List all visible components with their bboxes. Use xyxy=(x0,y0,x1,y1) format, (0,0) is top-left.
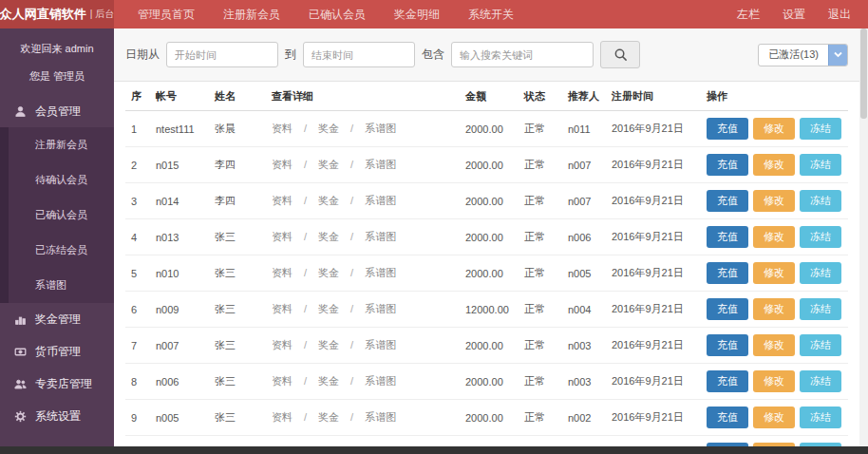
cell-detail-links: 资料/奖金/系谱图 xyxy=(266,147,460,183)
recharge-button[interactable]: 充值 xyxy=(707,262,748,284)
freeze-button[interactable]: 冻结 xyxy=(800,190,841,212)
recharge-button[interactable]: 充值 xyxy=(707,334,748,356)
sidebar-section[interactable]: 会员管理 xyxy=(0,95,114,127)
detail-link[interactable]: 系谱图 xyxy=(365,231,396,242)
detail-link[interactable]: 系谱图 xyxy=(365,195,396,206)
date-to-label: 到 xyxy=(285,47,296,63)
recharge-button[interactable]: 充值 xyxy=(707,154,748,176)
sidebar-subitem[interactable]: 已确认会员 xyxy=(9,198,114,233)
freeze-button[interactable]: 冻结 xyxy=(800,370,841,392)
top-nav-item[interactable]: 注册新会员 xyxy=(209,0,294,28)
detail-link[interactable]: 奖金 xyxy=(318,159,339,170)
detail-link[interactable]: 奖金 xyxy=(318,195,339,206)
chevron-down-icon[interactable] xyxy=(828,44,847,66)
top-nav-right-item[interactable]: 左栏 xyxy=(726,0,771,28)
cell-amount: 2000.00 xyxy=(460,111,519,147)
modify-button[interactable]: 修改 xyxy=(753,298,795,320)
sidebar-subitem[interactable]: 注册新会员 xyxy=(9,127,114,162)
detail-link[interactable]: 系谱图 xyxy=(365,123,396,134)
cell-detail-links: 资料/奖金/系谱图 xyxy=(266,364,460,400)
cell-name: 李四 xyxy=(209,147,266,183)
detail-link[interactable]: 资料 xyxy=(272,195,292,206)
detail-link[interactable]: 系谱图 xyxy=(365,375,396,387)
modify-button[interactable]: 修改 xyxy=(753,262,795,284)
top-nav-item[interactable]: 已确认会员 xyxy=(294,0,380,28)
scrollbar-track[interactable] xyxy=(859,28,868,446)
cell-account: n010 xyxy=(150,255,209,292)
keyword-input[interactable] xyxy=(451,42,594,67)
top-nav-item[interactable]: 管理员首页 xyxy=(123,0,209,28)
detail-link[interactable]: 奖金 xyxy=(318,375,339,387)
modify-button[interactable]: 修改 xyxy=(753,118,795,140)
modify-button[interactable]: 修改 xyxy=(753,226,795,248)
sidebar-section[interactable]: 货币管理 xyxy=(0,335,114,368)
detail-link[interactable]: 资料 xyxy=(272,339,292,350)
cell-amount: 2000.00 xyxy=(460,219,519,255)
freeze-button[interactable]: 冻结 xyxy=(800,334,841,356)
cell-name: 张晨 xyxy=(209,111,266,147)
detail-link[interactable]: 系谱图 xyxy=(365,267,396,278)
detail-link[interactable]: 奖金 xyxy=(318,411,339,423)
detail-link[interactable]: 奖金 xyxy=(318,123,339,134)
freeze-button[interactable]: 冻结 xyxy=(800,262,841,284)
top-nav-item[interactable]: 系统开关 xyxy=(454,0,528,28)
sidebar-subitem[interactable]: 已冻结会员 xyxy=(9,233,114,268)
freeze-button[interactable]: 冻结 xyxy=(800,154,841,176)
modify-button[interactable]: 修改 xyxy=(753,334,795,356)
sidebar-subitem[interactable]: 系谱图 xyxy=(9,268,114,303)
brand-logo[interactable]: 众人网直销软件 | 后台 xyxy=(0,0,114,28)
cell-account: n013 xyxy=(150,219,209,255)
detail-link[interactable]: 系谱图 xyxy=(365,339,396,350)
detail-link[interactable]: 资料 xyxy=(272,375,292,387)
freeze-button[interactable]: 冻结 xyxy=(800,407,841,428)
modify-button[interactable]: 修改 xyxy=(753,154,795,176)
recharge-button[interactable]: 充值 xyxy=(707,226,748,248)
freeze-button[interactable]: 冻结 xyxy=(800,298,841,320)
table-row: 4n013张三资料/奖金/系谱图2000.00正常n0062016年9月21日充… xyxy=(125,219,848,255)
recharge-button[interactable]: 充值 xyxy=(707,407,748,428)
sidebar-section[interactable]: 系统设置 xyxy=(0,400,114,432)
detail-link[interactable]: 资料 xyxy=(272,267,292,278)
sidebar-section[interactable]: 奖金管理 xyxy=(0,303,114,335)
detail-link[interactable]: 奖金 xyxy=(318,267,339,278)
cell-reg-date: 2016年9月21日 xyxy=(606,255,701,292)
cell-reg-date: 2016年9月21日 xyxy=(606,183,701,219)
table-header-row: 序帐号姓名查看详细金额状态推荐人注册时间操作 xyxy=(125,82,848,111)
cell-account: n014 xyxy=(150,183,209,219)
top-nav-right-item[interactable]: 退出 xyxy=(817,0,862,28)
recharge-button[interactable]: 充值 xyxy=(707,370,748,392)
status-filter-select[interactable]: 已激活(13) xyxy=(758,44,848,66)
detail-link[interactable]: 系谱图 xyxy=(365,411,396,423)
detail-link[interactable]: 资料 xyxy=(272,159,292,170)
top-nav-right-item[interactable]: 设置 xyxy=(771,0,817,28)
modify-button[interactable]: 修改 xyxy=(753,190,795,212)
recharge-button[interactable]: 充值 xyxy=(707,118,748,140)
freeze-button[interactable]: 冻结 xyxy=(800,226,841,248)
detail-link-separator: / xyxy=(304,375,307,387)
sidebar-section[interactable]: 专卖店管理 xyxy=(0,368,114,400)
detail-link[interactable]: 奖金 xyxy=(318,339,339,350)
cell-actions: 充值修改冻结 xyxy=(701,364,848,400)
detail-link[interactable]: 资料 xyxy=(272,123,292,134)
detail-link[interactable]: 资料 xyxy=(272,231,292,242)
detail-link[interactable]: 系谱图 xyxy=(365,159,396,170)
column-header: 推荐人 xyxy=(562,82,606,111)
date-from-label: 日期从 xyxy=(125,47,160,63)
search-button[interactable] xyxy=(600,41,640,68)
top-nav-item[interactable]: 奖金明细 xyxy=(380,0,454,28)
detail-link[interactable]: 系谱图 xyxy=(365,303,396,314)
sidebar-subitem[interactable]: 待确认会员 xyxy=(9,162,114,198)
detail-link[interactable]: 奖金 xyxy=(318,231,339,242)
date-from-input[interactable] xyxy=(166,42,278,67)
modify-button[interactable]: 修改 xyxy=(753,370,795,392)
detail-link[interactable]: 奖金 xyxy=(318,303,339,314)
recharge-button[interactable]: 充值 xyxy=(707,298,748,320)
detail-link[interactable]: 资料 xyxy=(272,411,292,423)
recharge-button[interactable]: 充值 xyxy=(707,190,748,212)
freeze-button[interactable]: 冻结 xyxy=(800,118,841,140)
detail-link[interactable]: 资料 xyxy=(272,303,292,314)
scrollbar-thumb[interactable] xyxy=(860,28,867,119)
date-to-input[interactable] xyxy=(303,42,415,67)
modify-button[interactable]: 修改 xyxy=(753,407,795,428)
cell-referrer: n002 xyxy=(562,400,606,436)
